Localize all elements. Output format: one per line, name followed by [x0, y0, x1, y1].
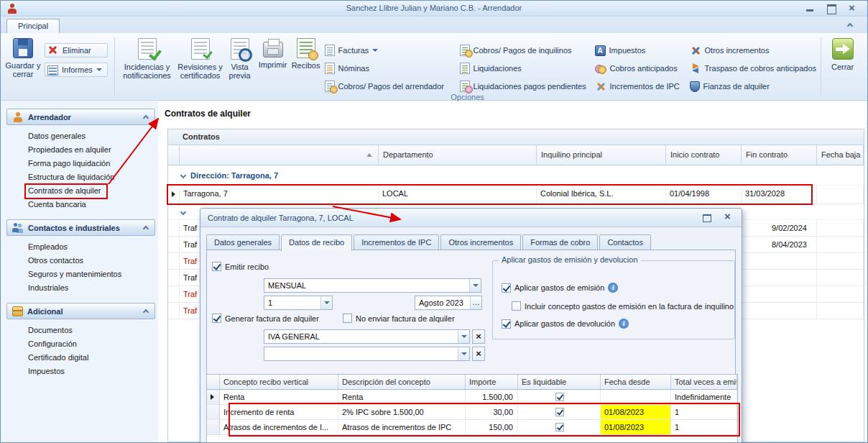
revisiones-button[interactable]: Revisiones y certificados — [177, 35, 223, 80]
gastos-devolucion-checkbox[interactable]: Aplicar gastos de devolución — [502, 319, 629, 329]
column-header-departamento[interactable]: Departamento — [379, 145, 537, 165]
periodicidad-select[interactable]: MENSUAL — [264, 278, 481, 293]
ribbon-collapse-button[interactable] — [843, 21, 857, 31]
dialog-close-icon[interactable] — [721, 212, 734, 223]
tab-principal[interactable]: Principal — [6, 19, 60, 33]
fianzas-button[interactable]: Fianzas de alquiler — [690, 80, 816, 93]
liquidaciones-pendientes-button[interactable]: Liquidaciones pagos pendientes — [460, 80, 591, 93]
sidebar-item-configuracion[interactable]: Configuración — [6, 337, 155, 351]
fecha-desde-highlighted-cell[interactable]: 01/08/2023 — [601, 405, 671, 419]
tab-formas-de-cobro[interactable]: Formas de cobro — [522, 234, 598, 250]
ellipsis-icon[interactable] — [470, 296, 481, 309]
nominas-button[interactable]: Nóminas — [325, 62, 456, 75]
clear-iva-icon[interactable] — [472, 329, 485, 344]
sidebar-item-empleados[interactable]: Empleados — [6, 240, 155, 254]
cobros-anticipados-button[interactable]: Cobros anticipados — [595, 62, 685, 75]
vista-previa-button[interactable]: Vista previa — [223, 35, 257, 80]
column-header-descripcion[interactable]: Descripción del concepto — [338, 375, 466, 389]
traspaso-icon — [690, 63, 701, 74]
liquidable-cell[interactable] — [518, 420, 601, 434]
sidebar-item-forma-pago[interactable]: Forma pago liquidación — [6, 157, 155, 170]
liquidable-cell[interactable] — [518, 405, 601, 419]
chevron-down-icon[interactable] — [469, 279, 481, 292]
chevron-down-icon[interactable] — [320, 296, 332, 309]
clear-irpf-icon[interactable] — [472, 347, 485, 361]
tab-incrementos-ipc[interactable]: Incrementos de IPC — [354, 234, 439, 250]
minimize-icon[interactable] — [803, 3, 817, 14]
sidebar-item-certificado[interactable]: Certificado digital — [6, 351, 155, 365]
concepto-row-incremento[interactable]: Incremento de renta 2% IPC sobre 1.500,0… — [207, 405, 737, 420]
informes-button[interactable]: Informes — [45, 63, 108, 77]
cobros-arrendador-button[interactable]: Cobros/ Pagos del arrendador — [325, 80, 456, 93]
facturas-button[interactable]: Facturas — [325, 44, 456, 57]
incidencias-button[interactable]: Incidencias y notificaciones — [117, 35, 177, 80]
info-icon[interactable] — [608, 283, 618, 293]
sidebar-group-arrendador[interactable]: Arrendador — [6, 109, 155, 125]
otros-incrementos-button[interactable]: Otros incrementos — [690, 44, 816, 57]
sidebar-item-industriales[interactable]: Industriales — [6, 281, 155, 295]
sidebar-group-adicional[interactable]: Adicional — [6, 303, 155, 319]
cerrar-button[interactable]: Cerrar — [823, 35, 862, 71]
delete-button[interactable]: Eliminar — [45, 43, 108, 58]
people-icon — [12, 222, 24, 234]
no-enviar-factura-checkbox[interactable]: No enviar factura de alquiler — [343, 314, 455, 323]
sidebar-item-impuestos[interactable]: Impuestos — [6, 365, 155, 378]
dialog-restore-icon[interactable] — [700, 212, 713, 223]
sidebar-item-cuenta-bancaria[interactable]: Cuenta bancaria — [6, 198, 155, 211]
fecha-desde-highlighted-cell[interactable]: 01/08/2023 — [601, 420, 671, 434]
column-header-inquilino[interactable]: Inquilino principal — [537, 145, 666, 165]
ultima-emision-field[interactable]: Agosto 2023 — [415, 296, 482, 310]
column-header-fin[interactable]: Fin contrato — [742, 145, 817, 165]
column-header-importe[interactable]: Importe — [466, 375, 518, 389]
column-header-fecha-desde[interactable]: Fecha desde — [601, 375, 671, 389]
dia-emision-select[interactable]: 1 — [264, 296, 333, 310]
sidebar-group-contactos[interactable]: Contactos e industriales — [6, 219, 155, 236]
save-close-button[interactable]: Guardar y cerrar — [4, 35, 42, 78]
group-row-tarragona[interactable]: Dirección: Tarragona, 7 — [168, 165, 864, 186]
column-header-inicio[interactable]: Inicio contrato — [666, 145, 742, 165]
liquidaciones-button[interactable]: Liquidaciones — [460, 62, 591, 75]
sidebar-item-estructura[interactable]: Estructura de liquidación — [6, 170, 155, 184]
info-icon[interactable] — [619, 319, 629, 329]
chevron-down-icon[interactable] — [458, 347, 469, 360]
column-header-direccion[interactable] — [180, 145, 379, 165]
sidebar-item-otros-contactos[interactable]: Otros contactos — [6, 254, 155, 268]
maximize-icon[interactable] — [824, 3, 839, 14]
gastos-emision-checkbox[interactable]: Aplicar gastos de emisión — [502, 283, 618, 293]
sidebar-item-seguros[interactable]: Seguros y mantenimientos — [6, 268, 155, 281]
concepto-row-renta[interactable]: Renta Renta 1.500,00 Indefinidamente — [207, 390, 737, 405]
cobros-inquilinos-button[interactable]: Cobros/ Pagos de inquilinos — [460, 44, 591, 57]
tab-datos-de-recibo[interactable]: Datos de recibo — [281, 234, 352, 251]
incluir-concepto-checkbox[interactable]: Incluir concepto gastos de emisión en la… — [512, 301, 734, 311]
traspaso-button[interactable]: Traspaso de cobros anticipados — [690, 62, 816, 75]
tab-datos-generales[interactable]: Datos generales — [206, 234, 280, 250]
generar-factura-checkbox[interactable]: Generar factura de alquiler — [212, 314, 319, 323]
sidebar-item-propiedades[interactable]: Propiedades en alquiler — [6, 143, 155, 157]
tipo-iva-select[interactable]: IVA GENERAL — [264, 329, 470, 344]
folder-icon — [12, 306, 23, 316]
ribbon-group-opciones: Incidencias y notificaciones Revisiones … — [117, 35, 818, 100]
dialog-tabs: Datos generales Datos de recibo Incremen… — [206, 234, 736, 250]
tab-contactos[interactable]: Contactos — [599, 234, 651, 250]
chevron-down-icon[interactable] — [458, 330, 469, 343]
concepto-row-atrasos[interactable]: Atrasos de incrementos de I... Atrasos d… — [207, 420, 737, 435]
tab-otros-incrementos[interactable]: Otros incrementos — [440, 234, 521, 250]
sidebar-item-documentos[interactable]: Documentos — [6, 324, 155, 337]
incrementos-ipc-button[interactable]: Incrementos de IPC — [595, 80, 685, 93]
sidebar-item-contratos-alquiler[interactable]: Contratos de alquiler — [6, 184, 155, 198]
close-icon[interactable] — [846, 3, 860, 14]
column-header-fecha-baja[interactable]: Fecha baja — [817, 145, 864, 165]
emitir-recibo-checkbox[interactable]: Emitir recibo — [212, 262, 269, 271]
column-header-total-veces[interactable]: Total veces a emit... — [671, 375, 737, 389]
liquidaciones-icon — [460, 63, 470, 74]
imprimir-button[interactable]: Imprimir — [257, 35, 290, 69]
sidebar-item-datos-generales[interactable]: Datos generales — [6, 129, 155, 143]
impuestos-button[interactable]: Impuestos — [595, 44, 685, 57]
liquidable-cell[interactable] — [518, 390, 601, 404]
preview-icon — [231, 38, 249, 60]
column-header-liquidable[interactable]: Es liquidable — [518, 375, 601, 389]
column-header-concepto[interactable]: Concepto recibo vertical — [220, 375, 338, 389]
recibos-button[interactable]: Recibos — [290, 35, 323, 70]
table-row-tarragona[interactable]: Tarragona, 7 LOCAL Colonial Ibérica, S.L… — [168, 186, 864, 204]
tipo-irpf-select[interactable] — [264, 347, 470, 361]
